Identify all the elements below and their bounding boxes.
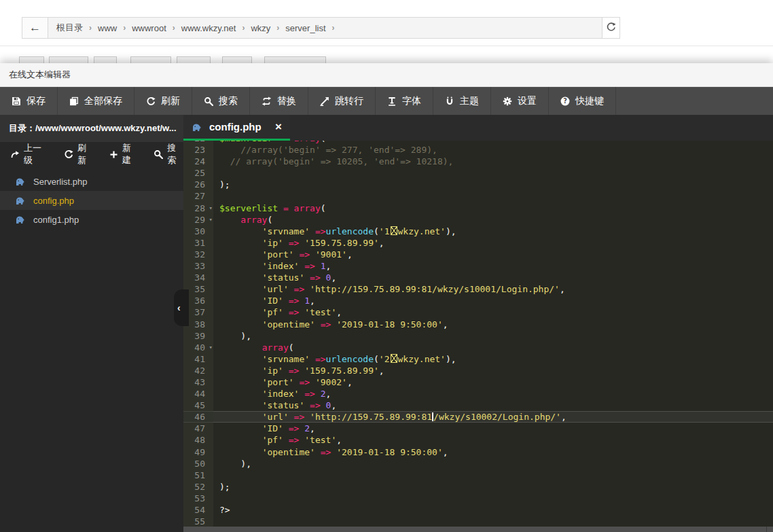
save-all-button[interactable]: 全部保存 [58, 87, 134, 115]
refresh-icon [146, 96, 156, 106]
code-text: 'srvname' =>urlencode('2wkzy.net'), [213, 353, 773, 365]
editor-modal: 在线文本编辑器 保存全部保存刷新搜索替换跳转行字体主题设置?快捷键 目录：/ww… [0, 63, 773, 532]
code-line[interactable]: 45 'status' => 0, [183, 400, 773, 411]
breadcrumb: 根目录›www›wwwroot›www.wkzy.net›wkzy›server… [48, 18, 619, 38]
code-line[interactable]: 30 'srvname' =>urlencode('1wkzy.net'), [183, 226, 773, 237]
new-file-button[interactable]: 新建 [109, 142, 139, 166]
code-line[interactable]: 54?> [183, 504, 773, 516]
sidebar-collapse-handle[interactable]: ‹ [174, 289, 189, 326]
code-line[interactable]: 42 'ip' => '159.75.89.99', [183, 365, 773, 376]
code-text: 'opentime' => '2019-01-18 9:50:00', [213, 446, 773, 458]
breadcrumb-item[interactable]: www.wkzy.net [181, 23, 236, 33]
code-line[interactable]: 33 'index' => 1, [183, 260, 773, 272]
code-line[interactable]: 34 'status' => 0, [183, 272, 773, 283]
search-button[interactable]: 搜索 [192, 87, 250, 115]
replace-button[interactable]: 替换 [250, 87, 308, 115]
line-number: 26 [183, 179, 213, 190]
code-line[interactable]: 51 [183, 469, 773, 481]
fold-arrow-icon[interactable]: ▾ [209, 214, 213, 226]
fold-arrow-icon[interactable]: ▾ [209, 202, 213, 214]
code-line[interactable]: 23 //array('begin' => 277, 'end'=> 289), [183, 144, 773, 156]
toolbar-button-label: 跳转行 [335, 95, 363, 107]
code-line[interactable]: 24 // array('begin' => 10205, 'end'=> 10… [183, 156, 773, 167]
code-text: 'url' => 'http://159.75.89.99:81/wkzy/s1… [213, 283, 773, 295]
code-line[interactable]: 49 'opentime' => '2019-01-18 9:50:00', [183, 446, 773, 458]
file-list: Serverlist.phpconfig.phpconfig1.php [0, 166, 183, 229]
line-number: 55 [183, 516, 213, 527]
code-text: 'ip' => '159.75.89.99', [213, 237, 773, 249]
tab-config-php[interactable]: config.php × [183, 115, 290, 141]
breadcrumb-item[interactable]: www [98, 23, 117, 33]
code-line[interactable]: 46 'url' => 'http://159.75.89.99:81/wkzy… [183, 411, 773, 423]
code-line[interactable]: 39 ), [183, 330, 773, 342]
file-item[interactable]: config.php [0, 191, 183, 210]
tab-label: config.php [209, 121, 262, 132]
breadcrumb-item[interactable]: server_list [285, 23, 325, 33]
code-line[interactable]: 52); [183, 481, 773, 493]
toolbar-button-label: 全部保存 [84, 95, 122, 107]
code-text: 'port' => '9002', [213, 376, 773, 388]
code-text: ); [213, 481, 773, 493]
code-line[interactable]: 48 'pf' => 'test', [183, 434, 773, 446]
code-line[interactable]: 44 'index' => 2, [183, 388, 773, 400]
file-item[interactable]: config1.php [0, 210, 183, 229]
code-text: 'index' => 2, [213, 388, 773, 400]
line-number: 31 [183, 237, 213, 249]
code-line[interactable]: 41 'srvname' =>urlencode('2wkzy.net'), [183, 353, 773, 365]
breadcrumb-separator-icon: › [173, 23, 175, 33]
code-line[interactable]: 53 [183, 493, 773, 504]
breadcrumb-separator-icon: › [276, 23, 279, 33]
code-area[interactable]: 22$mainredir = array(23 //array('begin' … [183, 141, 773, 527]
save-button[interactable]: 保存 [0, 87, 58, 115]
fold-arrow-icon[interactable]: ▾ [209, 342, 213, 353]
code-line[interactable]: 55 [183, 516, 773, 527]
close-icon[interactable]: × [275, 121, 282, 132]
code-line[interactable]: 27 [183, 190, 773, 202]
file-name: config1.php [33, 215, 79, 225]
code-line[interactable]: 47 'ID' => 2, [183, 423, 773, 434]
code-line[interactable]: 28▾$serverlist = array( [183, 202, 773, 214]
goto-line-button[interactable]: 跳转行 [308, 87, 376, 115]
code-line[interactable]: 50 ), [183, 458, 773, 469]
code-line[interactable]: 25 [183, 167, 773, 179]
theme-icon [445, 96, 454, 106]
code-text: //array('begin' => 277, 'end'=> 289), [213, 144, 773, 156]
code-line[interactable]: 40▾ array( [183, 342, 773, 353]
code-line[interactable]: 37 'pf' => 'test', [183, 306, 773, 318]
up-level-button[interactable]: 上一级 [11, 142, 48, 166]
code-line[interactable]: 31 'ip' => '159.75.89.99', [183, 237, 773, 249]
breadcrumb-item[interactable]: 根目录 [56, 22, 83, 34]
code-text: 'port' => '9001', [213, 249, 773, 260]
toolbar-button-label: 保存 [26, 95, 46, 107]
horizontal-scrollbar[interactable] [183, 527, 773, 532]
page-refresh-button[interactable] [602, 17, 620, 39]
code-line[interactable]: 36 'ID' => 1, [183, 295, 773, 306]
settings-button[interactable]: 设置 [491, 87, 549, 115]
refresh-files-button[interactable]: 刷新 [64, 142, 94, 166]
code-text: $serverlist = array( [213, 202, 773, 214]
breadcrumb-item[interactable]: wkzy [251, 23, 270, 33]
code-line[interactable]: 35 'url' => 'http://159.75.89.99:81/wkzy… [183, 283, 773, 295]
font-button[interactable]: 字体 [376, 87, 433, 115]
code-line[interactable]: 38 'opentime' => '2019-01-18 9:50:00', [183, 319, 773, 330]
new-file-icon [109, 150, 118, 159]
back-button[interactable]: ← [22, 18, 48, 38]
code-line[interactable]: 26); [183, 179, 773, 190]
code-line[interactable]: 32 'port' => '9001', [183, 249, 773, 260]
code-line[interactable]: 43 'port' => '9002', [183, 376, 773, 388]
file-sidebar: 目录：/www/wwwroot/www.wkzy.net/w... 上一级刷新新… [0, 115, 183, 532]
line-number: 39 [183, 330, 213, 342]
hotkeys-button[interactable]: ?快捷键 [549, 87, 616, 115]
save-all-icon [69, 96, 79, 106]
search-files-button[interactable]: 搜索 [154, 142, 183, 166]
breadcrumb-item[interactable]: wwwroot [132, 23, 166, 33]
missing-glyph-box [391, 354, 397, 363]
theme-button[interactable]: 主题 [433, 87, 491, 115]
code-text [213, 493, 773, 504]
code-line[interactable]: 29▾ array( [183, 214, 773, 226]
file-item[interactable]: Serverlist.php [0, 172, 183, 191]
toolbar-button-label: 主题 [460, 95, 479, 107]
line-number: 25 [183, 167, 213, 179]
svg-text:?: ? [563, 97, 567, 105]
refresh-button[interactable]: 刷新 [134, 87, 192, 115]
